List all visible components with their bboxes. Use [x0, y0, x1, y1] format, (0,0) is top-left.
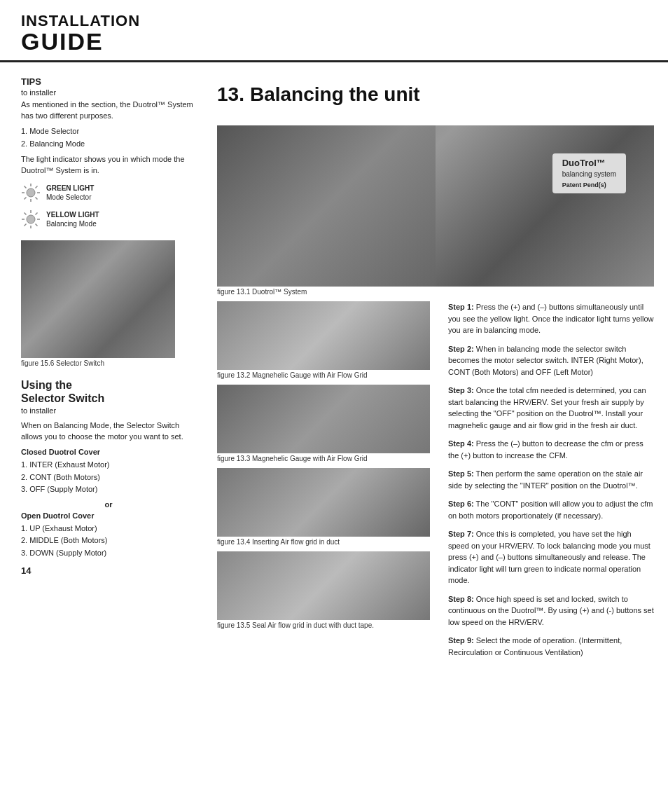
or-divider: or: [21, 500, 196, 509]
green-light-indicator: GREEN LIGHT Mode Selector: [21, 183, 196, 202]
using-selector-subtitle: to installer: [21, 406, 196, 415]
step-8: Step 8: Once high speed is set and locke…: [448, 593, 654, 628]
figure-13-2-image: [217, 301, 430, 370]
step-9: Step 9: Select the mode of operation. (I…: [448, 635, 654, 658]
figure-13-1: DuoTrol™balancing systemPatent Pend(s) f…: [217, 125, 654, 296]
svg-point-17: [27, 215, 35, 223]
selector-switch-image: [21, 240, 175, 358]
header: INSTALLATION GUIDE: [0, 0, 668, 62]
green-light-label: GREEN LIGHT Mode Selector: [46, 184, 94, 202]
yellow-light-indicator: YELLOW LIGHT Balancing Mode: [21, 209, 196, 229]
open-duotrol-head: Open Duotrol Cover: [21, 511, 196, 520]
figure-13-2: figure 13.2 Magnehelic Gauge with Air Fl…: [217, 301, 430, 379]
svg-line-15: [36, 212, 38, 214]
yellow-light-icon: [21, 209, 41, 229]
step-2: Step 2: When in balancing mode the selec…: [448, 343, 654, 378]
figure-13-2-caption: figure 13.2 Magnehelic Gauge with Air Fl…: [217, 371, 430, 379]
content-grid: figure 13.2 Magnehelic Gauge with Air Fl…: [217, 301, 654, 665]
svg-line-7: [25, 197, 27, 199]
svg-line-5: [36, 197, 38, 199]
using-selector-section: Using the Selector Switch to installer W…: [21, 378, 196, 560]
right-column: 13. Balancing the unit DuoTrol™balancing…: [210, 62, 668, 672]
svg-point-8: [27, 188, 35, 197]
svg-line-4: [25, 186, 27, 188]
tips-list: 1. Mode Selector 2. Balancing Mode: [21, 125, 196, 150]
figure-13-1-caption: figure 13.1 Duotrol™ System: [217, 288, 654, 296]
figure-13-5-caption: figure 13.5 Seal Air flow grid in duct w…: [217, 621, 430, 629]
svg-line-16: [25, 223, 27, 226]
figure-13-4-image: [217, 468, 430, 537]
figure-13-4-caption: figure 13.4 Inserting Air flow grid in d…: [217, 538, 430, 546]
section-title: Balancing the unit: [250, 83, 420, 106]
using-selector-title: Using the Selector Switch: [21, 378, 196, 405]
closed-duotrol-list: 1. INTER (Exhaust Motor) 2. CONT (Both M…: [21, 459, 196, 496]
figure-13-4: figure 13.4 Inserting Air flow grid in d…: [217, 468, 430, 546]
tips-title: TIPS: [21, 76, 196, 87]
figure-13-5: figure 13.5 Seal Air flow grid in duct w…: [217, 551, 430, 629]
step-4: Step 4: Press the (–) button to decrease…: [448, 438, 654, 461]
step-5: Step 5: Then perform the same operation …: [448, 468, 654, 491]
step-7: Step 7: Once this is completed, you have…: [448, 528, 654, 586]
closed-duotrol-head: Closed Duotrol Cover: [21, 448, 196, 456]
tips-section: TIPS to installer As mentioned in the se…: [21, 76, 196, 176]
using-selector-body: When on Balancing Mode, the Selector Swi…: [21, 420, 196, 442]
header-installation-text: INSTALLATION: [21, 13, 647, 29]
step-6: Step 6: The "CONT" position will allow y…: [448, 498, 654, 521]
left-column: TIPS to installer As mentioned in the se…: [0, 62, 210, 672]
tips-subtitle: to installer: [21, 88, 196, 97]
steps-column: Step 1: Press the (+) and (–) buttons si…: [441, 301, 654, 665]
figure-13-5-image: [217, 551, 430, 620]
svg-line-13: [25, 212, 27, 214]
header-guide-text: GUIDE: [21, 29, 647, 53]
page-number: 14: [21, 565, 196, 576]
step-1: Step 1: Press the (+) and (–) buttons si…: [448, 301, 654, 336]
page-body: TIPS to installer As mentioned in the se…: [0, 62, 668, 686]
figure-13-3: figure 13.3 Magnehelic Gauge with Air Fl…: [217, 385, 430, 462]
small-figures-col: figure 13.2 Magnehelic Gauge with Air Fl…: [217, 301, 430, 665]
figure-13-3-caption: figure 13.3 Magnehelic Gauge with Air Fl…: [217, 455, 430, 462]
tips-body2: The light indicator shows you in which m…: [21, 154, 196, 176]
green-light-icon: [21, 183, 41, 202]
open-duotrol-list: 1. UP (Exhaust Motor) 2. MIDDLE (Both Mo…: [21, 523, 196, 560]
svg-line-14: [36, 223, 38, 226]
tips-body1: As mentioned in the section, the Duotrol…: [21, 99, 196, 121]
selector-switch-figure: figure 15.6 Selector Switch: [21, 240, 196, 367]
section-number: 13.: [217, 83, 244, 106]
yellow-light-label: YELLOW LIGHT Balancing Mode: [46, 210, 99, 228]
figure-13-1-image: DuoTrol™balancing systemPatent Pend(s): [217, 125, 654, 287]
figure-13-3-image: [217, 385, 430, 453]
svg-line-6: [36, 186, 38, 188]
selector-switch-caption: figure 15.6 Selector Switch: [21, 359, 196, 367]
step-3: Step 3: Once the total cfm needed is det…: [448, 385, 654, 431]
